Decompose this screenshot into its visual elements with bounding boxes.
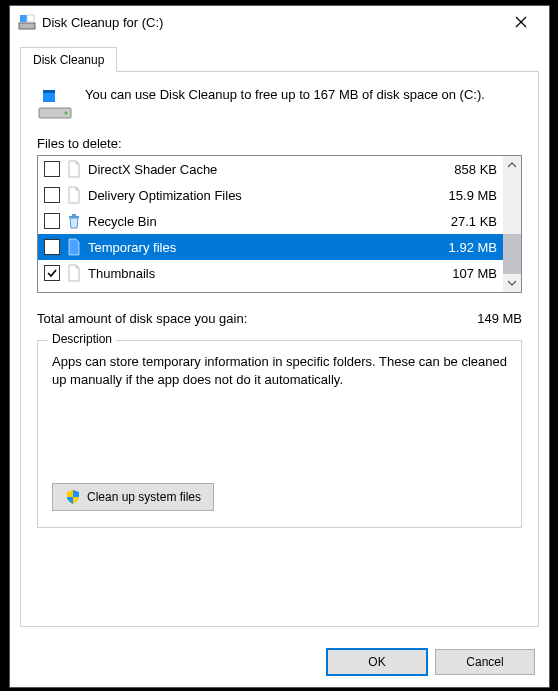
disk-cleanup-icon <box>18 13 36 31</box>
clean-up-system-files-label: Clean up system files <box>87 490 201 504</box>
files-to-delete-label: Files to delete: <box>37 136 522 151</box>
titlebar: Disk Cleanup for (C:) <box>10 6 549 38</box>
chevron-up-icon <box>508 162 516 168</box>
intro-section: You can use Disk Cleanup to free up to 1… <box>37 86 522 122</box>
dialog-content: Disk Cleanup You can use Disk Cleanup to… <box>10 38 549 637</box>
ok-button[interactable]: OK <box>327 649 427 675</box>
item-size: 858 KB <box>425 162 497 177</box>
close-button[interactable] <box>501 7 541 37</box>
tab-header: Disk Cleanup <box>20 46 539 71</box>
description-fieldset: Description Apps can store temporary inf… <box>37 340 522 528</box>
tab-panel: You can use Disk Cleanup to free up to 1… <box>20 71 539 627</box>
page-icon <box>66 160 82 178</box>
files-listbox-items: DirectX Shader Cache858 KBDelivery Optim… <box>38 156 503 292</box>
item-size: 107 MB <box>425 266 497 281</box>
scroll-up-button[interactable] <box>503 156 521 174</box>
checkbox[interactable] <box>44 265 60 281</box>
svg-point-6 <box>65 112 68 115</box>
dialog-button-row: OK Cancel <box>10 637 549 687</box>
svg-rect-8 <box>43 90 55 93</box>
svg-rect-2 <box>27 15 34 22</box>
svg-rect-10 <box>72 214 76 216</box>
shield-icon <box>65 489 81 505</box>
page-icon <box>66 264 82 282</box>
window-title: Disk Cleanup for (C:) <box>42 15 501 30</box>
clean-up-system-files-button[interactable]: Clean up system files <box>52 483 214 511</box>
svg-rect-1 <box>20 15 27 22</box>
list-item[interactable]: Delivery Optimization Files15.9 MB <box>38 182 503 208</box>
item-size: 1.92 MB <box>425 240 497 255</box>
description-text: Apps can store temporary information in … <box>52 353 507 463</box>
scroll-down-button[interactable] <box>503 274 521 292</box>
scrollbar-track[interactable] <box>503 174 521 274</box>
svg-rect-0 <box>19 23 35 29</box>
list-item[interactable]: Recycle Bin27.1 KB <box>38 208 503 234</box>
checkmark-icon <box>46 267 58 279</box>
total-value: 149 MB <box>477 311 522 326</box>
list-item[interactable]: DirectX Shader Cache858 KB <box>38 156 503 182</box>
scrollbar[interactable] <box>503 156 521 292</box>
tab-disk-cleanup[interactable]: Disk Cleanup <box>20 47 117 72</box>
cancel-button[interactable]: Cancel <box>435 649 535 675</box>
total-row: Total amount of disk space you gain: 149… <box>37 311 522 326</box>
total-label: Total amount of disk space you gain: <box>37 311 477 326</box>
page-blue-icon <box>66 238 82 256</box>
intro-text: You can use Disk Cleanup to free up to 1… <box>85 86 485 122</box>
scrollbar-thumb[interactable] <box>503 234 521 274</box>
drive-icon <box>37 86 73 122</box>
description-legend: Description <box>48 332 116 346</box>
item-name: DirectX Shader Cache <box>88 162 419 177</box>
page-icon <box>66 186 82 204</box>
item-name: Temporary files <box>88 240 419 255</box>
checkbox[interactable] <box>44 187 60 203</box>
checkbox[interactable] <box>44 161 60 177</box>
item-name: Thumbnails <box>88 266 419 281</box>
close-icon <box>515 16 527 28</box>
item-size: 27.1 KB <box>425 214 497 229</box>
recycle-icon <box>66 212 82 230</box>
list-item[interactable]: Temporary files1.92 MB <box>38 234 503 260</box>
svg-rect-9 <box>69 216 79 218</box>
dialog-window: Disk Cleanup for (C:) Disk Cleanup You c… <box>9 5 550 688</box>
item-size: 15.9 MB <box>425 188 497 203</box>
item-name: Delivery Optimization Files <box>88 188 419 203</box>
checkbox[interactable] <box>44 239 60 255</box>
list-item[interactable]: Thumbnails107 MB <box>38 260 503 286</box>
checkbox[interactable] <box>44 213 60 229</box>
chevron-down-icon <box>508 280 516 286</box>
files-listbox: DirectX Shader Cache858 KBDelivery Optim… <box>37 155 522 293</box>
item-name: Recycle Bin <box>88 214 419 229</box>
